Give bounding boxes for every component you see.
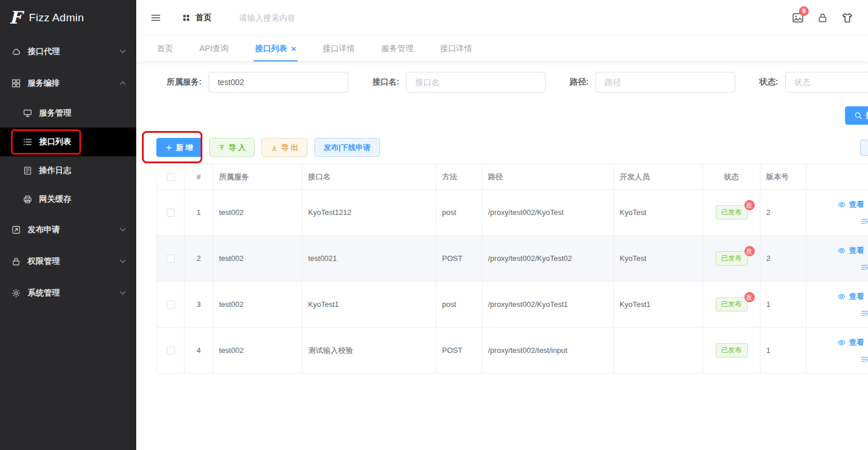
row-version: 2 (761, 236, 806, 282)
select-all-checkbox[interactable] (167, 173, 175, 181)
row-checkbox[interactable] (167, 209, 175, 217)
view-action-label: 查看 (849, 291, 864, 302)
add-button[interactable]: 新 增 (156, 138, 202, 157)
row-checkbox[interactable] (167, 255, 175, 263)
import-button[interactable]: 导 入 (209, 138, 255, 157)
view-action[interactable]: 查看 (838, 291, 868, 302)
row-index: 4 (185, 328, 213, 374)
app-title: Fizz Admin (29, 11, 84, 24)
row-index: 1 (185, 190, 213, 236)
filter-input-path[interactable] (596, 72, 735, 93)
topbar-actions: 9 (792, 12, 853, 24)
tab-label: 接口详情 (440, 44, 472, 54)
apps-grid-icon (182, 14, 190, 22)
import-button-label: 导 入 (229, 143, 246, 153)
screenshot-button[interactable]: 9 (792, 12, 804, 24)
search-icon (854, 111, 862, 120)
main-area: 首页 9 首页API查询接口列表×接口详情服务管理接口详情 所属服务:接口名:路… (136, 0, 868, 450)
filter-group-path: 路径: (570, 72, 735, 93)
sidebar-item-service-management[interactable]: 服务管理 (0, 99, 136, 128)
top-header: 首页 9 (136, 0, 868, 36)
view-action[interactable]: 查看 (838, 337, 868, 348)
detail-list-icon (861, 309, 868, 317)
row-checkbox[interactable] (167, 347, 175, 355)
row-actions-cell: 查看 (806, 236, 868, 282)
sidebar-item-label: 接口列表 (39, 137, 136, 147)
search-button[interactable]: 搜索 (845, 106, 868, 125)
row-path: /proxy/test002/KyoTest02 (482, 236, 614, 282)
header-cell: 版本号 (761, 164, 806, 190)
tab-label: 接口列表 (255, 44, 287, 54)
filter-input-api-name[interactable] (406, 72, 546, 93)
detail-list-icon (861, 217, 868, 225)
row-developer: KyoTest (614, 236, 703, 282)
theme-button[interactable] (842, 12, 853, 24)
api-table: #所属服务接口名方法路径开发人员状态版本号1test002KyoTest1212… (156, 164, 868, 374)
chevron-down-icon (120, 226, 126, 232)
tab-home[interactable]: 首页 (157, 36, 173, 61)
sidebar-item-system-management[interactable]: 系统管理 (0, 277, 136, 309)
sidebar: F Fizz Admin 接口代理服务编排服务管理接口列表操作日志网关缓存发布申… (0, 0, 136, 450)
tab-api-list[interactable]: 接口列表× (255, 36, 297, 61)
row-actions-cell: 查看 (806, 282, 868, 328)
monitor-icon (23, 109, 32, 118)
more-action[interactable] (838, 355, 868, 363)
chevron-down-icon (120, 257, 126, 263)
fizz-logo-icon: F (9, 9, 21, 26)
search-button-label: 搜索 (866, 110, 868, 121)
more-action[interactable] (838, 263, 868, 271)
tab-service-management[interactable]: 服务管理 (381, 36, 413, 61)
sidebar-item-service-orchestration[interactable]: 服务编排 (0, 67, 136, 99)
grid-icon (11, 79, 21, 88)
row-index: 3 (185, 282, 213, 328)
hamburger-menu-icon[interactable] (151, 13, 161, 23)
row-checkbox[interactable] (167, 301, 175, 309)
filter-group-service: 所属服务: (167, 72, 348, 93)
filter-group-api-name: 接口名: (372, 72, 546, 93)
sidebar-item-label: 发布申请 (28, 225, 121, 235)
table-row: 3test002KyoTest1post/proxy/test002/KyoTe… (157, 282, 868, 328)
toolbar-overflow-button[interactable] (860, 140, 868, 156)
plus-icon (166, 144, 172, 151)
eye-icon (838, 201, 846, 209)
row-path: /proxy/test002/KyoTest (482, 190, 614, 236)
sidebar-item-api-list[interactable]: 接口列表 (0, 128, 136, 156)
app-logo[interactable]: F Fizz Admin (0, 0, 136, 36)
gear-icon (11, 289, 21, 298)
more-action[interactable] (838, 217, 868, 225)
row-method: POST (436, 236, 482, 282)
sidebar-item-publish-request[interactable]: 发布申请 (0, 214, 136, 245)
tab-api-detail-2[interactable]: 接口详情 (440, 36, 472, 61)
sidebar-item-label: 网关缓存 (39, 194, 136, 205)
sidebar-item-operation-log[interactable]: 操作日志 (0, 156, 136, 185)
header-cell: 接口名 (302, 164, 436, 190)
tab-api-query[interactable]: API查询 (199, 36, 229, 61)
sidebar-item-gateway-cache[interactable]: 网关缓存 (0, 185, 136, 214)
header-search-input[interactable] (239, 13, 383, 22)
row-select-cell (157, 236, 185, 282)
sidebar-item-api-proxy[interactable]: 接口代理 (0, 36, 136, 67)
tab-close-icon[interactable]: × (291, 44, 297, 53)
publish-offline-button[interactable]: 发布|下线申请 (314, 138, 380, 157)
breadcrumb-home-label: 首页 (195, 13, 212, 23)
view-action[interactable]: 查看 (838, 245, 868, 256)
filter-input-status[interactable] (785, 72, 868, 93)
more-action[interactable] (838, 309, 868, 317)
tab-api-detail-1[interactable]: 接口详情 (322, 36, 355, 61)
row-status-cell: 已发布改 (703, 190, 761, 236)
status-badge: 已发布改 (716, 297, 748, 311)
status-badge: 已发布 (716, 343, 748, 357)
sidebar-item-permission-management[interactable]: 权限管理 (0, 245, 136, 277)
view-action[interactable]: 查看 (838, 199, 868, 210)
row-actions-cell: 查看 (806, 190, 868, 236)
header-cell: 方法 (436, 164, 482, 190)
breadcrumb-home[interactable]: 首页 (182, 13, 212, 23)
list-icon (23, 137, 32, 147)
row-service: test002 (213, 190, 302, 236)
filter-input-service[interactable] (209, 72, 348, 93)
eye-icon (838, 247, 846, 255)
export-button[interactable]: 导 出 (262, 138, 308, 157)
modified-badge: 改 (744, 246, 755, 256)
lock-button[interactable] (817, 13, 828, 23)
row-select-cell (157, 190, 185, 236)
